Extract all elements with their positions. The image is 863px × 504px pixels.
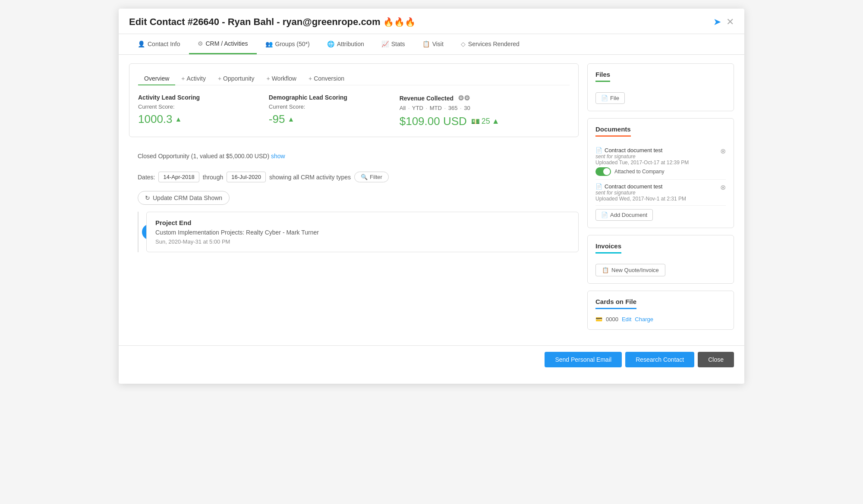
close-button[interactable]: Close	[698, 352, 734, 367]
revenue-info-icon[interactable]: ⚙⚙	[458, 94, 470, 102]
doc-icon-2: 📄	[595, 183, 602, 190]
overview-tabs: Overview + Activity + Opportunity + Work…	[138, 72, 570, 85]
modal-title: Edit Contact #26640 - Ryan Bahl - ryan@g…	[129, 16, 416, 28]
tab-groups-label: Groups (50*)	[275, 41, 310, 47]
overview-tab-conversion[interactable]: + Conversion	[302, 72, 350, 85]
close-icon[interactable]: ✕	[726, 16, 734, 28]
revenue-filter-mtd[interactable]: MTD	[430, 105, 442, 111]
visit-icon: 📋	[422, 41, 430, 47]
filter-icon: 🔍	[361, 174, 368, 180]
crm-icon: ⚙	[198, 40, 203, 47]
demographic-score-trend: ▲	[287, 116, 294, 123]
dates-through: through	[203, 174, 223, 181]
revenue-filter-ytd[interactable]: YTD	[412, 105, 423, 111]
document-item-1: 📄 Contract document test sent for signat…	[595, 144, 726, 180]
tab-attribution[interactable]: 🌐 Attribution	[318, 34, 373, 54]
timeline-event: Project End Custom Implementation Projec…	[146, 212, 579, 252]
event-description: Custom Implementation Projects: Realty C…	[155, 229, 570, 236]
card-edit-link[interactable]: Edit	[622, 316, 631, 322]
toggle-label-1: Attached to Company	[614, 169, 664, 175]
overview-tab-overview-label: Overview	[144, 75, 169, 82]
update-crm-button[interactable]: ↻ Update CRM Data Shown	[138, 191, 230, 205]
revenue-filter-30[interactable]: 30	[464, 105, 470, 111]
tab-groups[interactable]: 👥 Groups (50*)	[257, 34, 318, 54]
overview-card: Overview + Activity + Opportunity + Work…	[129, 63, 579, 137]
overview-tab-overview[interactable]: Overview	[138, 72, 175, 85]
activity-scoring-title: Activity Lead Scoring	[138, 94, 252, 101]
modal-header-icons: ➤ ✕	[713, 16, 734, 28]
date-from-input[interactable]: 14-Apr-2018	[158, 172, 199, 182]
services-icon: ◇	[461, 41, 466, 47]
doc-sub-1: sent for signature	[595, 153, 717, 160]
doc-date-1: Uploaded Tue, 2017-Oct-17 at 12:39 PM	[595, 160, 717, 166]
invoices-card-title: Invoices	[595, 242, 621, 254]
tab-stats[interactable]: 📈 Stats	[373, 34, 414, 54]
money-icon: 💵	[471, 117, 480, 125]
demographic-scoring-title: Demographic Lead Scoring	[269, 94, 382, 101]
toggle-container-1: Attached to Company	[595, 167, 717, 176]
doc-sub-2: sent for signature	[595, 190, 717, 196]
dates-row: Dates: 14-Apr-2018 through 16-Jul-2020 s…	[129, 166, 579, 188]
overview-tab-activity[interactable]: + Activity	[175, 72, 212, 85]
demographic-scoring-value: -95 ▲	[269, 113, 382, 126]
add-document-button[interactable]: 📄 Add Document	[595, 209, 653, 221]
revenue-count: 💵 25 ▲	[471, 117, 500, 126]
revenue-filters: All · YTD · MTD · 365 · 30	[400, 105, 570, 111]
cards-title: Cards on File	[595, 298, 636, 309]
revenue-count-value: 25	[482, 117, 490, 126]
documents-card-title: Documents	[595, 125, 631, 137]
file-icon: 📄	[601, 95, 608, 101]
tab-visit-label: Visit	[432, 41, 444, 47]
card-number: 0000	[606, 316, 618, 322]
doc-name-1: 📄 Contract document test	[595, 147, 717, 153]
refresh-icon: ↻	[145, 194, 150, 201]
tab-crm-activities[interactable]: ⚙ CRM / Activities	[189, 34, 257, 54]
activity-score-trend: ▲	[175, 116, 182, 123]
timeline-item: ■ Project End Custom Implementation Proj…	[146, 212, 579, 252]
doc-name-text-2: Contract document test	[605, 183, 662, 190]
closed-opp-show-link[interactable]: show	[271, 153, 285, 160]
closed-opp-text: Closed Opportunity (1, valued at $5,000.…	[138, 153, 269, 160]
tab-stats-label: Stats	[391, 41, 405, 47]
filter-button[interactable]: 🔍 Filter	[354, 172, 389, 182]
credit-card-icon: 💳	[595, 316, 602, 322]
forward-icon[interactable]: ➤	[713, 16, 721, 28]
overview-tab-workflow[interactable]: + Workflow	[260, 72, 302, 85]
research-contact-button[interactable]: Research Contact	[625, 352, 694, 367]
doc-name-2: 📄 Contract document test	[595, 183, 717, 190]
scores-row: Activity Lead Scoring Current Score: 100…	[138, 94, 570, 128]
revenue-title: Revenue Collected ⚙⚙	[400, 94, 570, 102]
overview-tab-activity-label: Activity	[187, 75, 206, 82]
invoices-card: Invoices 📋 New Quote/Invoice	[587, 235, 734, 284]
activity-scoring-value: 1000.3 ▲	[138, 113, 252, 126]
tab-services-rendered[interactable]: ◇ Services Rendered	[452, 34, 528, 54]
modal-footer: Send Personal Email Research Contact Clo…	[119, 345, 744, 373]
document-item-2: 📄 Contract document test sent for signat…	[595, 180, 726, 206]
tab-contact-info-label: Contact Info	[148, 41, 180, 47]
attached-company-toggle-1[interactable]	[595, 167, 611, 176]
event-title: Project End	[155, 219, 570, 226]
modal-header: Edit Contact #26640 - Ryan Bahl - ryan@g…	[119, 9, 744, 34]
doc-close-2[interactable]: ⊗	[720, 183, 726, 191]
new-invoice-button[interactable]: 📋 New Quote/Invoice	[595, 264, 665, 276]
file-btn-label: File	[610, 95, 619, 101]
date-to-input[interactable]: 16-Jul-2020	[227, 172, 266, 182]
doc-close-1[interactable]: ⊗	[720, 147, 726, 155]
revenue-filter-all[interactable]: All	[400, 105, 406, 111]
doc-icon-1: 📄	[595, 147, 602, 153]
revenue-filter-365[interactable]: 365	[448, 105, 458, 111]
revenue-amount-value: $109.00 USD	[400, 115, 467, 128]
card-charge-link[interactable]: Charge	[635, 316, 653, 322]
add-doc-icon: 📄	[601, 212, 608, 218]
overview-tab-workflow-label: Workflow	[272, 75, 296, 82]
file-button[interactable]: 📄 File	[595, 92, 625, 104]
tab-contact-info[interactable]: 👤 Contact Info	[129, 34, 189, 54]
send-email-button[interactable]: Send Personal Email	[545, 352, 622, 367]
overview-tab-opportunity[interactable]: + Opportunity	[212, 72, 261, 85]
tab-visit[interactable]: 📋 Visit	[414, 34, 452, 54]
tab-crm-label: CRM / Activities	[206, 40, 248, 47]
cards-on-file-card: Cards on File 💳 0000 Edit Charge	[587, 291, 734, 330]
files-card-title: Files	[595, 71, 610, 82]
activity-scoring-block: Activity Lead Scoring Current Score: 100…	[138, 94, 252, 126]
overview-tab-opportunity-label: Opportunity	[223, 75, 254, 82]
